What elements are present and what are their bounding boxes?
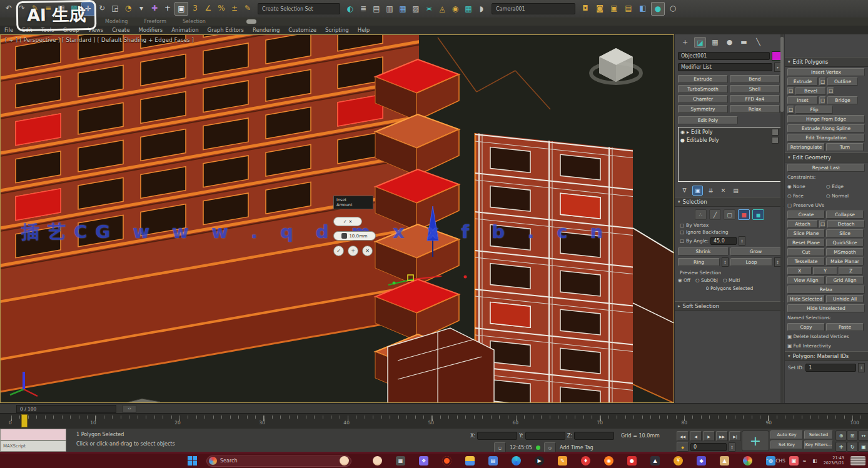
edit-geometry-button[interactable]: ○ Edge [826,182,864,191]
add-workspace-button[interactable]: + [742,431,769,451]
modifier-shortcut-button[interactable]: Bend [730,75,780,83]
render-iterative-icon[interactable]: ▤ [622,2,635,14]
edit-geometry-button[interactable]: Slice Plane [787,229,825,237]
edit-geometry-button[interactable]: MSmooth [826,248,864,256]
render-last-icon[interactable]: ○ [667,2,679,14]
tab-modify[interactable]: ◪ [694,37,706,48]
modifier-shortcut-button[interactable]: Relax [730,105,780,113]
frame-spinner[interactable]: ↕ [729,442,735,452]
chrome-app-icon[interactable] [743,456,752,466]
tray-caret-icon[interactable]: ⌃ [765,458,769,464]
uv-editor-icon[interactable]: ▦ [462,2,475,15]
undo-icon[interactable]: ↶ [3,2,15,14]
show-end-result-icon[interactable]: ▣ [692,186,703,196]
ribbon-tab[interactable]: Freeform [144,19,166,24]
shrink-button[interactable]: Shrink [678,247,729,256]
edit-geometry-button[interactable]: Repeat Last [787,164,865,172]
edge-subobject-icon[interactable]: ╱ [709,209,721,220]
dropdown-arrow-icon[interactable]: ▾ [135,2,148,14]
loop-button[interactable]: Loop [730,258,772,266]
border-subobject-icon[interactable]: ▢ [724,209,735,220]
ignore-backfacing-checkbox[interactable]: ▢ Ignore Backfacing [680,229,779,235]
snaps-toggle-icon[interactable]: 3 [189,2,201,14]
ribbon-tab[interactable]: Selection [183,19,206,24]
modifier-shortcut-button[interactable]: Chamfer [678,95,728,103]
x-coordinate-field[interactable] [477,432,517,440]
modifier-shortcut-button[interactable]: Symmetry [678,105,728,113]
edit-polygons-button[interactable]: Inset [787,96,818,104]
app-tan-icon[interactable]: ▲ [720,456,729,466]
menu-item[interactable]: Create [112,27,129,33]
pan-icon[interactable]: ✛ [835,442,847,452]
rocket-app-icon[interactable]: ▲ [650,456,660,466]
edit-geometry-button[interactable]: ◉ None [787,182,825,191]
preview-subobj-radio[interactable]: ○ SubObj [695,277,718,283]
edit-polygons-button[interactable]: Flip [795,106,833,114]
camera-field[interactable]: Camera001 [492,3,575,14]
spinner-snap-icon[interactable]: ± [228,2,241,14]
visibility-eye-icon[interactable]: ◉ [680,129,685,135]
edit-polygons-button[interactable]: Bevel [795,87,826,95]
rendered-frame-icon[interactable]: ◙ [593,2,606,14]
edit-polygons-button[interactable]: Edit Triangulation [787,134,865,142]
edit-polygons-button[interactable]: Hinge From Edge [787,115,865,123]
modifier-list-dropdown[interactable]: Modifier List [678,63,772,71]
playback-button[interactable]: ▶ [703,431,715,441]
playback-button[interactable]: ▶▶ [716,431,728,441]
swirl-app-icon[interactable]: ◉ [604,456,613,466]
edit-polygons-button[interactable]: Outline [827,77,858,86]
selected-dropdown[interactable]: Selected [804,431,833,439]
material-ids-rollout-header[interactable]: ▾ Polygon: Material IDs [785,351,868,361]
edit-polygons-button[interactable]: Bridge [827,96,858,104]
ribbon-tab[interactable]: Modeling [105,19,128,24]
y-coordinate-field[interactable] [525,432,565,440]
edit-geometry-button[interactable]: Hide Selected [787,295,825,303]
orbit-icon[interactable]: ↻ [847,442,858,452]
make-unique-icon[interactable]: ⇊ [706,186,715,195]
edit-geometry-button[interactable]: Collapse [826,211,864,219]
edit-geometry-button[interactable]: ○ Face [787,192,825,200]
ribbon-toggle-icon[interactable]: ▥ [383,2,396,15]
edit-geometry-button[interactable]: QuickSlice [826,239,864,247]
time-slider[interactable]: 0 / 100 [16,405,116,413]
app-blue-icon[interactable]: ▤ [488,456,498,466]
object-name-field[interactable]: Object001 [678,52,770,60]
ribbon-collapse-pill[interactable] [246,19,256,24]
edit-geometry-button[interactable]: Create [787,211,825,219]
edge-browser-icon[interactable] [512,456,521,466]
menu-item[interactable]: Modifiers [138,27,163,33]
edit-geometry-button[interactable]: Reset Plane [787,239,825,247]
maxscript-listener-pane[interactable]: MAXScript [0,441,66,452]
caddy-cancel-button[interactable]: ✕ [362,246,373,256]
edit-geometry-button[interactable]: Relax [787,286,865,294]
taskbar-search[interactable]: Search [206,456,351,467]
menu-item[interactable]: Graph Editors [208,27,244,33]
preview-multi-radio[interactable]: ○ Multi [723,277,740,283]
schematic-view-icon[interactable]: ▨ [410,2,422,15]
key-filters-button[interactable]: Key Filters... [804,441,833,449]
edit-geometry-button[interactable]: Cut [787,248,825,256]
element-subobject-icon[interactable]: ◼ [752,209,764,220]
modifier-shortcut-button[interactable]: Shell [730,85,780,93]
align-icon[interactable]: ≣ [357,2,370,15]
z-coordinate-field[interactable] [574,432,614,440]
zoom-icon[interactable]: ⊕ [835,431,847,441]
start-button[interactable] [188,456,197,466]
time-cursor[interactable] [21,414,28,427]
cross-tool-icon[interactable]: + [161,2,174,14]
modifier-stack[interactable]: ◉ ▸ Edit Poly ● Editable Poly [678,127,781,182]
tab-display[interactable]: ▬ [739,37,749,47]
caddy-toggle[interactable]: ✓ ✕ [333,217,362,226]
set-id-spinner[interactable]: ↕ [858,363,865,372]
edit-geometry-button[interactable]: Tessellate [787,257,825,266]
time-slider-step-button[interactable]: ‹› [123,405,136,413]
mirror-icon[interactable]: ◐ [344,2,356,15]
edit-polygons-button[interactable]: □ [787,106,794,114]
add-time-tag[interactable]: Add Time Tag [560,445,593,451]
playback-button[interactable]: ▶| [729,431,741,441]
vertex-subobject-icon[interactable]: ∴ [695,209,707,220]
battery-icon[interactable]: ◧ [813,458,817,464]
language-indicator[interactable]: CHS [775,458,785,464]
edit-geometry-button[interactable]: View Align [787,276,825,284]
app-red-icon[interactable]: ● [627,456,637,466]
